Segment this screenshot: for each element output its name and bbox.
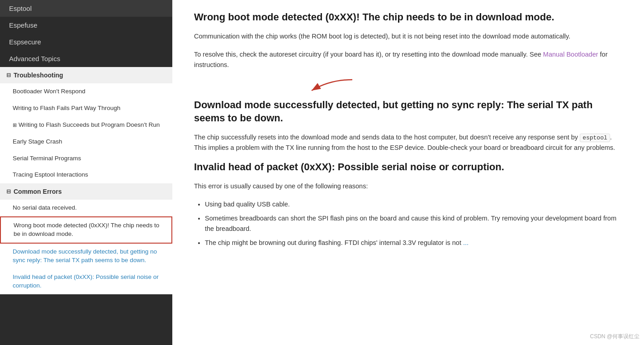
sidebar-item-esptool[interactable]: Esptool: [0, 0, 172, 17]
main-content: Wrong boot mode detected (0xXX)! The chi…: [172, 0, 644, 345]
sidebar-item-espsecure[interactable]: Espsecure: [0, 34, 172, 50]
sidebar-item-serial-terminal[interactable]: Serial Terminal Programs: [0, 150, 172, 167]
list-item-breadboard: Sometimes breadboards can short the SPI …: [205, 213, 622, 234]
arrow-annotation: [194, 78, 622, 94]
esptool-code: esptool: [580, 134, 610, 142]
more-link[interactable]: ...: [463, 239, 469, 246]
sidebar-item-bootloader-wont-respond[interactable]: Bootloader Won't Respond: [0, 83, 172, 100]
para-wrong-boot-mode-2: To resolve this, check the autoreset cir…: [194, 49, 622, 71]
common-errors-header[interactable]: ⊟ Common Errors: [0, 183, 172, 200]
list-item-usb-cable: Using bad quality USB cable.: [205, 199, 622, 210]
red-arrow-icon: [303, 78, 357, 94]
troubleshooting-label: Troubleshooting: [14, 72, 63, 79]
sidebar-item-no-serial-data[interactable]: No serial data received.: [0, 200, 172, 216]
common-errors-expand-icon: ⊟: [6, 188, 11, 195]
sidebar-item-espefuse[interactable]: Espefuse: [0, 17, 172, 34]
sidebar: Esptool Espefuse Espsecure Advanced Topi…: [0, 0, 172, 345]
sidebar-item-tracing-esptool[interactable]: Tracing Esptool Interactions: [0, 167, 172, 183]
sidebar-item-advanced-topics[interactable]: Advanced Topics: [0, 50, 172, 67]
sidebar-item-writing-flash-succeeds[interactable]: ⊞ Writing to Flash Succeeds but Program …: [0, 117, 172, 134]
list-item-browning-out: The chip might be browning out during fl…: [205, 238, 622, 248]
common-errors-label: Common Errors: [14, 188, 62, 195]
section-title-wrong-boot-mode: Wrong boot mode detected (0xXX)! The chi…: [194, 11, 622, 24]
para-invalid-head-1: This error is usually caused by one of t…: [194, 181, 622, 192]
section-wrong-boot-mode: Wrong boot mode detected (0xXX)! The chi…: [194, 11, 622, 94]
para-download-mode-1: The chip successfully resets into the do…: [194, 132, 622, 154]
sidebar-item-download-mode-detected[interactable]: Download mode successfully detected, but…: [0, 244, 172, 269]
section-download-mode: Download mode successfully detected, but…: [194, 99, 622, 153]
reasons-list: Using bad quality USB cable. Sometimes b…: [205, 199, 622, 249]
section-title-download-mode: Download mode successfully detected, but…: [194, 99, 622, 125]
sidebar-item-wrong-boot-mode[interactable]: Wrong boot mode detected (0xXX)! The chi…: [0, 216, 172, 244]
sidebar-item-early-stage-crash[interactable]: Early Stage Crash: [0, 134, 172, 150]
sidebar-item-invalid-head[interactable]: Invalid head of packet (0xXX): Possible …: [0, 269, 172, 294]
para-wrong-boot-mode-1: Communication with the chip works (the R…: [194, 31, 622, 42]
sidebar-item-writing-flash-fails[interactable]: Writing to Flash Fails Part Way Through: [0, 100, 172, 117]
section-title-invalid-head: Invalid head of packet (0xXX): Possible …: [194, 161, 622, 174]
manual-bootloader-link[interactable]: Manual Bootloader: [543, 51, 598, 58]
section-invalid-head: Invalid head of packet (0xXX): Possible …: [194, 161, 622, 248]
troubleshooting-expand-icon: ⊟: [6, 72, 11, 78]
writing-flash-succeeds-expand-icon: ⊞: [13, 122, 17, 129]
troubleshooting-header[interactable]: ⊟ Troubleshooting: [0, 67, 172, 83]
